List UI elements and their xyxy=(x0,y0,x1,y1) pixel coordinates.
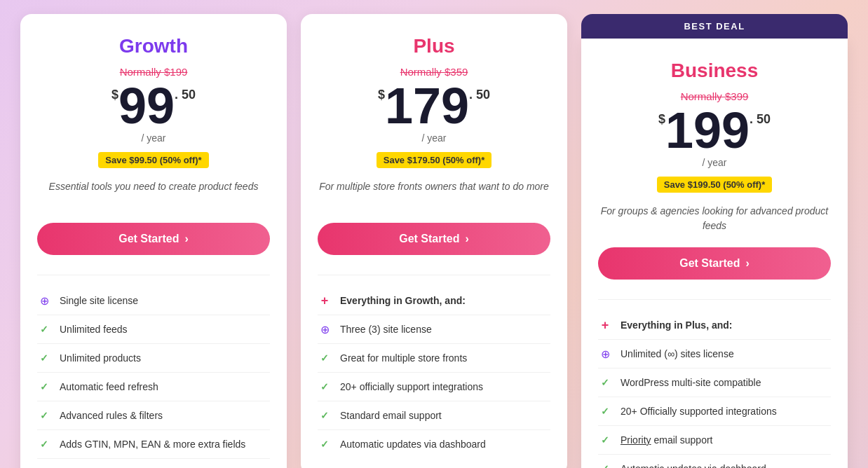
feature-item: ✓Priority email support xyxy=(598,426,831,455)
price-cents-growth: . 50 xyxy=(175,88,196,102)
feature-item: ⊕Unlimited (∞) sites license xyxy=(598,340,831,369)
savings-container-business: Save $199.50 (50% off)* xyxy=(598,177,831,204)
check-icon: ✓ xyxy=(37,437,51,451)
price-main-growth: 99 xyxy=(118,81,175,131)
feature-item: +Everything in Growth, and: xyxy=(318,287,550,315)
savings-badge-growth: Save $99.50 (50% off)* xyxy=(98,152,208,168)
features-list-plus: +Everything in Growth, and:⊕Three (3) si… xyxy=(318,275,550,458)
feature-text: Automatic updates via dashboard xyxy=(340,439,486,450)
feature-item: ✓Advanced rules & filters xyxy=(37,401,270,430)
check-icon: ✓ xyxy=(598,433,612,447)
feature-text: Unlimited products xyxy=(60,352,141,364)
check-icon: ✓ xyxy=(37,322,51,336)
feature-item: ✓Unlimited products xyxy=(37,344,270,373)
original-price-growth: Normally $199 xyxy=(37,66,270,78)
plan-description-plus: For multiple store fronts owners that wa… xyxy=(318,179,550,209)
savings-badge-business: Save $199.50 (50% off)* xyxy=(657,177,773,193)
pricing-card-business: BusinessNormally $399 $ 199 . 50 / year … xyxy=(581,39,848,468)
feature-text: WordPress multi-site compatible xyxy=(621,377,761,388)
feature-text: Everything in Growth, and: xyxy=(340,295,466,306)
get-started-btn-business[interactable]: Get Started › xyxy=(598,247,831,280)
feature-text: Everything in Plus, and: xyxy=(621,319,732,331)
btn-label-growth: Get Started xyxy=(118,233,179,245)
card-wrapper-plus: PlusNormally $359 $ 179 . 50 / year Save… xyxy=(301,14,567,468)
feature-item: ⊕Single site license xyxy=(37,287,270,315)
plan-title-business: Business xyxy=(598,60,831,82)
feature-text: 20+ officially support integrations xyxy=(340,381,483,392)
feature-text: Priority email support xyxy=(621,434,713,446)
feature-item: ✓Adds GTIN, MPN, EAN & more extra fields xyxy=(37,430,270,459)
feature-item: ✓Automatic feed refresh xyxy=(37,373,270,401)
plan-description-growth: Essential tools you need to create produ… xyxy=(37,179,270,209)
plan-description-business: For groups & agencies looking for advanc… xyxy=(598,204,831,233)
price-period-business: / year xyxy=(598,157,831,168)
pricing-container: GrowthNormally $199 $ 99 . 50 / year Sav… xyxy=(20,14,848,468)
plus-icon: + xyxy=(598,318,612,332)
savings-badge-plus: Save $179.50 (50% off)* xyxy=(377,152,492,168)
price-display-plus: $ 179 . 50 xyxy=(318,81,550,131)
price-display-business: $ 199 . 50 xyxy=(598,105,831,156)
feature-text: Unlimited (∞) sites license xyxy=(621,348,734,359)
card-wrapper-business: BEST DEALBusinessNormally $399 $ 199 . 5… xyxy=(581,14,848,468)
savings-container-plus: Save $179.50 (50% off)* xyxy=(318,152,550,179)
price-cents-business: . 50 xyxy=(750,112,771,127)
btn-arrow-plus: › xyxy=(465,233,468,245)
btn-arrow-business: › xyxy=(745,257,749,270)
check-icon: ✓ xyxy=(318,437,332,451)
price-period-growth: / year xyxy=(37,132,270,144)
card-wrapper-growth: GrowthNormally $199 $ 99 . 50 / year Sav… xyxy=(20,14,287,468)
feature-item: ✓20+ officially support integrations xyxy=(318,373,550,401)
features-list-growth: ⊕Single site license✓Unlimited feeds✓Unl… xyxy=(37,275,270,468)
check-icon: ✓ xyxy=(37,408,51,422)
savings-container-growth: Save $99.50 (50% off)* xyxy=(37,152,270,179)
feature-item: ✓20+ Officially supported integrations xyxy=(598,397,831,426)
feature-item: ✓Standard email support xyxy=(318,401,550,430)
btn-label-plus: Get Started xyxy=(399,233,459,245)
btn-arrow-growth: › xyxy=(184,233,188,245)
check-icon: ✓ xyxy=(37,380,51,394)
price-main-business: 199 xyxy=(665,105,750,156)
feature-text: Adds GTIN, MPN, EAN & more extra fields xyxy=(60,439,245,450)
features-list-business: +Everything in Plus, and:⊕Unlimited (∞) … xyxy=(598,299,831,468)
price-dollar-business: $ xyxy=(658,112,665,127)
btn-label-business: Get Started xyxy=(679,257,740,270)
check-icon: ✓ xyxy=(37,351,51,365)
pricing-card-growth: GrowthNormally $199 $ 99 . 50 / year Sav… xyxy=(20,14,287,468)
plan-title-growth: Growth xyxy=(37,35,270,57)
feature-item: ✓Standard email support xyxy=(37,459,270,468)
feature-text: Three (3) site license xyxy=(340,324,432,335)
feature-item: ✓Great for multiple store fronts xyxy=(318,344,550,373)
feature-text: 20+ Officially supported integrations xyxy=(621,406,777,417)
feature-text: Single site license xyxy=(60,295,138,306)
feature-item: ✓Automatic updates via dashboard xyxy=(318,430,550,458)
feature-text: Unlimited feeds xyxy=(60,324,128,335)
price-main-plus: 179 xyxy=(385,81,469,131)
price-period-plus: / year xyxy=(318,132,550,144)
original-price-business: Normally $399 xyxy=(598,90,831,102)
priority-link[interactable]: Priority xyxy=(621,434,651,446)
feature-text: Automatic feed refresh xyxy=(60,381,158,392)
get-started-btn-plus[interactable]: Get Started › xyxy=(318,223,550,255)
feature-item: ✓Automatic updates via dashboard xyxy=(598,455,831,468)
check-icon: ✓ xyxy=(598,462,612,468)
feature-text: Standard email support xyxy=(340,410,442,421)
globe-icon: ⊕ xyxy=(37,294,51,308)
check-icon: ✓ xyxy=(318,408,332,422)
price-cents-plus: . 50 xyxy=(469,88,490,102)
feature-item: ✓WordPress multi-site compatible xyxy=(598,369,831,397)
feature-item: +Everything in Plus, and: xyxy=(598,311,831,340)
feature-item: ⊕Three (3) site license xyxy=(318,315,550,344)
price-dollar-growth: $ xyxy=(111,88,118,102)
plus-icon: + xyxy=(318,294,332,308)
feature-text: Great for multiple store fronts xyxy=(340,352,467,364)
pricing-card-plus: PlusNormally $359 $ 179 . 50 / year Save… xyxy=(301,14,567,468)
price-dollar-plus: $ xyxy=(378,88,385,102)
price-display-growth: $ 99 . 50 xyxy=(37,81,270,131)
check-icon: ✓ xyxy=(318,351,332,365)
check-icon: ✓ xyxy=(318,380,332,394)
check-icon: ✓ xyxy=(598,404,612,418)
feature-text: Automatic updates via dashboard xyxy=(621,463,766,468)
globe-icon: ⊕ xyxy=(318,322,332,336)
get-started-btn-growth[interactable]: Get Started › xyxy=(37,223,270,255)
plan-title-plus: Plus xyxy=(318,35,550,57)
